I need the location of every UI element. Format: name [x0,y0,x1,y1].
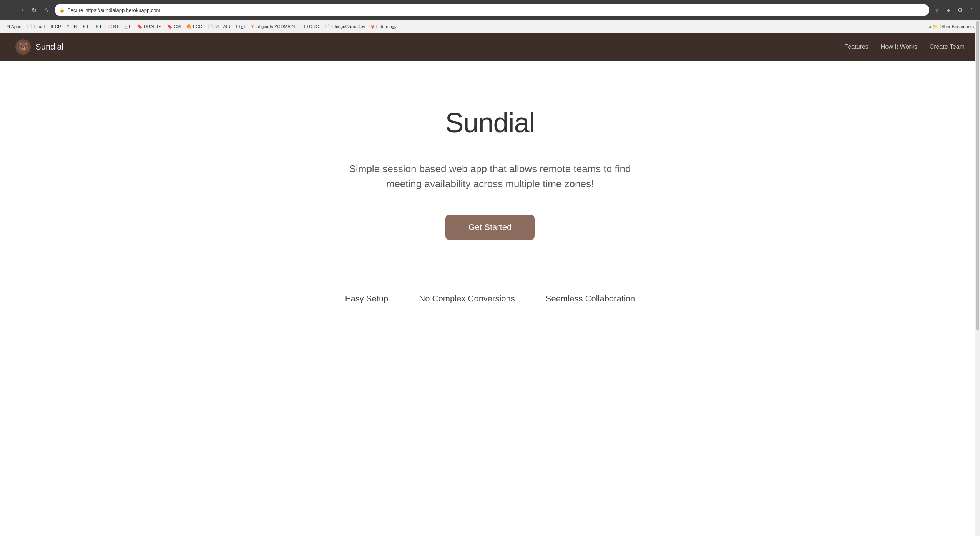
refresh-button[interactable]: ↻ [28,5,39,15]
hero-subtitle: Simple session based web app that allows… [336,161,644,191]
bookmark-org[interactable]: ⬡ ORG [302,23,321,30]
bookmark-cp-label: CP [55,24,61,29]
bookmark-hn-label: HN [71,24,77,29]
cm-icon: 🔖 [167,24,173,29]
bookmark-bt-label: BT [113,24,119,29]
apps-icon: ⊞ [6,24,10,29]
bookmark-star-icon[interactable]: ☆ [932,5,942,15]
fcc-icon: 🔥 [186,24,192,29]
brand-name: Sundial [35,42,63,52]
bookmark-drafts[interactable]: 🔖 DRAFTS [135,23,164,30]
profile-icon[interactable]: ● [944,5,953,15]
get-started-button[interactable]: Get Started [445,215,535,240]
browser-toolbar: ← → ↻ ⌂ 🔒 Secure https://sundialapp.hero… [0,0,980,20]
bookmark-repair-label: REPAIR [214,24,231,29]
nav-links: Features How It Works Create Team [844,43,965,50]
cp-icon: ◈ [50,24,54,29]
feature-easy-setup-label: Easy Setup [345,294,389,303]
nav-link-features[interactable]: Features [844,43,869,50]
nav-link-how-it-works[interactable]: How It Works [881,43,917,50]
repair-icon: 📄 [208,24,213,29]
bookmark-fcc-label: FCC [193,24,202,29]
fatgiants-icon: Y [251,24,254,29]
bookmark-repair[interactable]: 📄 REPAIR [205,23,233,30]
bookmark-org-label: ORG [309,24,319,29]
feature-no-complex: No Complex Conversions [419,294,515,304]
scrollbar[interactable] [975,20,980,319]
bookmark-fatgiants[interactable]: Y fat giants YCOMBIN... [249,23,301,30]
bookmark-cm-label: CM [174,24,181,29]
page-content: 🐻 Sundial Features How It Works Create T… [0,33,980,319]
secure-label: Secure [67,7,83,13]
feature-no-complex-label: No Complex Conversions [419,294,515,303]
hn-icon: Y [66,24,70,29]
address-text: https://sundialapp.herokuapp.com [85,7,160,13]
home-button[interactable]: ⌂ [41,5,51,15]
bookmark-f[interactable]: △ F [122,23,134,30]
nav-brand[interactable]: 🐻 Sundial [15,39,63,55]
extension-icon[interactable]: ⚙ [955,5,965,15]
bookmark-bt[interactable]: ⬡ BT [106,23,121,30]
address-bar[interactable]: 🔒 Secure https://sundialapp.herokuapp.co… [55,4,929,16]
more-label: » [929,24,932,29]
site-nav: 🐻 Sundial Features How It Works Create T… [0,33,980,61]
toolbar-icons: ☆ ● ⚙ ⋮ [932,5,976,15]
other-bookmarks-label: Other Bookmarks [940,24,974,29]
fount-icon: 📄 [27,24,32,29]
bookmark-f-label: F [129,24,131,29]
bookmark-fcc[interactable]: 🔥 FCC [184,23,204,30]
bookmark-fount-label: Fount [33,24,45,29]
bookmark-cp[interactable]: ◈ CP [48,23,63,30]
bookmark-e2[interactable]: 𝔼 E [93,23,105,30]
drafts-icon: 🔖 [137,24,143,29]
bookmarks-more[interactable]: » 📁 Other Bookmarks [927,23,976,30]
bookmarks-bar: ⊞ Apps 📄 Fount ◈ CP Y HN 𝔼 E 𝔼 E ⬡ BT △ [0,20,980,33]
bookmark-futurology[interactable]: ◉ Futurology [368,23,399,30]
bookmark-cm[interactable]: 🔖 CM [164,23,183,30]
menu-icon[interactable]: ⋮ [967,5,976,15]
hero-section: Sundial Simple session based web app tha… [0,61,980,271]
bookmark-e2-label: E [100,24,103,29]
feature-seemless-label: Seemless Collaboration [546,294,635,303]
f-icon: △ [124,24,128,29]
chingu-icon: 📄 [324,24,330,29]
other-bookmarks-icon: 📁 [933,24,938,29]
feature-seemless: Seemless Collaboration [546,294,635,304]
bookmark-git-label: git [241,24,246,29]
hero-title: Sundial [15,107,965,138]
bookmark-hn[interactable]: Y HN [64,23,80,30]
secure-icon: 🔒 [59,7,65,13]
bookmark-git[interactable]: ⬡ git [234,23,248,30]
git-icon: ⬡ [236,24,240,29]
forward-button[interactable]: → [16,5,27,15]
bookmark-e1-label: E [87,24,90,29]
nav-buttons: ← → ↻ ⌂ [4,5,51,15]
bookmark-e1[interactable]: 𝔼 E [80,23,92,30]
feature-easy-setup: Easy Setup [345,294,389,304]
bookmark-apps[interactable]: ⊞ Apps [4,23,23,30]
scrollbar-thumb[interactable] [976,21,979,319]
futurology-icon: ◉ [370,24,374,29]
bookmark-chingu[interactable]: 📄 ChinguGameDev [322,23,367,30]
bookmark-drafts-label: DRAFTS [144,24,161,29]
e1-icon: 𝔼 [82,24,86,29]
features-section: Easy Setup No Complex Conversions Seemle… [0,271,980,319]
bookmark-fatgiants-label: fat giants YCOMBIN... [255,24,299,29]
bookmark-fount[interactable]: 📄 Fount [24,23,47,30]
back-button[interactable]: ← [4,5,15,15]
bookmark-chingu-label: ChinguGameDev [331,24,365,29]
e2-icon: 𝔼 [95,24,99,29]
brand-logo: 🐻 [15,39,31,55]
bookmark-futurology-label: Futurology [375,24,396,29]
bt-icon: ⬡ [108,24,112,29]
bookmark-apps-label: Apps [11,24,21,29]
org-icon: ⬡ [304,24,308,29]
browser-chrome: ← → ↻ ⌂ 🔒 Secure https://sundialapp.hero… [0,0,980,33]
nav-link-create-team[interactable]: Create Team [930,43,965,50]
